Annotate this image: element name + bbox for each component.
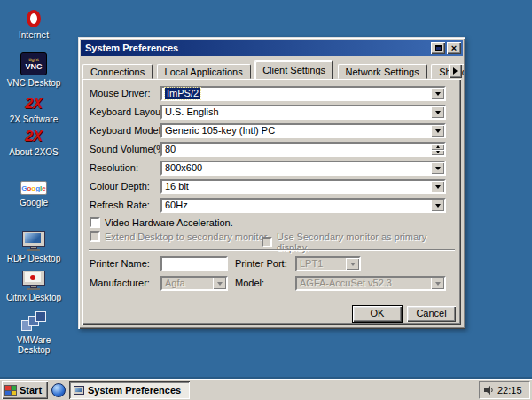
manufacturer-value: Agfa <box>165 278 185 289</box>
task-button-label: System Preferences <box>88 385 181 396</box>
maximize-button[interactable] <box>431 42 445 54</box>
keyboard-layout-combo[interactable]: U.S. English <box>160 105 446 120</box>
tab-client-settings[interactable]: Client Settings <box>254 60 333 79</box>
desktop-icon-label: Google <box>5 198 62 208</box>
desktop-icon-label: 2X Software <box>5 114 62 124</box>
desktop-icon-citrix[interactable]: Citrix Desktop <box>5 267 62 302</box>
extend-desktop-label: Extend Desktop to secondary monitor. <box>105 231 270 242</box>
checkbox-icon <box>262 237 272 247</box>
chevron-down-icon[interactable] <box>431 125 444 137</box>
printer-port-value: LPT1 <box>300 258 323 270</box>
extend-desktop-checkbox-row: Extend Desktop to secondary monitor. <box>90 231 270 242</box>
desktop-icon-label: VMWare Desktop <box>5 335 62 355</box>
manufacturer-combo: Agfa <box>160 276 228 291</box>
clock: 22:15 <box>497 385 522 396</box>
printer-name-input[interactable] <box>160 256 228 271</box>
window-title: System Preferences <box>85 43 178 53</box>
vnc-icon-text: VNC <box>25 63 42 71</box>
taskbar-task-system-preferences[interactable]: System Preferences <box>69 381 190 399</box>
mouse-driver-label: Mouse Driver: <box>90 88 150 99</box>
desktop-icon-label: RDP Desktop <box>5 254 62 263</box>
client-settings-panel: Mouse Driver: ImPS/2 Keyboard Layout: U.… <box>82 79 461 325</box>
video-hw-accel-checkbox-row[interactable]: Video Hardware Acceleration. <box>90 217 233 228</box>
chevron-down-icon <box>431 278 444 289</box>
chevron-down-icon[interactable] <box>431 106 444 118</box>
desktop-icon-vnc[interactable]: tight VNC VNC Desktop <box>5 49 62 88</box>
desktop-icon-label: Citrix Desktop <box>5 293 62 302</box>
printer-name-label: Printer Name: <box>90 258 150 270</box>
desktop-icon-2x-software[interactable]: 2X 2X Software <box>5 94 62 124</box>
start-label: Start <box>20 385 42 396</box>
refresh-rate-label: Refresh Rate: <box>90 200 150 211</box>
ok-button[interactable]: OK <box>353 306 402 322</box>
keyboard-model-combo[interactable]: Generic 105-key (Intl) PC <box>160 123 446 138</box>
chevron-down-icon[interactable] <box>431 88 444 99</box>
tab-connections[interactable]: Connections <box>82 64 153 79</box>
chevron-down-icon[interactable] <box>431 200 444 211</box>
vnc-icon: tight VNC <box>20 52 47 75</box>
taskbar: Start System Preferences 22:15 <box>0 379 532 400</box>
sound-volume-label: Sound Volume(%): <box>90 144 171 155</box>
speaker-icon[interactable] <box>483 385 494 396</box>
cancel-button[interactable]: Cancel <box>407 306 456 322</box>
tab-local-applications[interactable]: Local Applications <box>157 64 251 79</box>
opera-o-icon <box>27 10 41 27</box>
chevron-down-icon[interactable] <box>431 162 444 174</box>
desktop-icon-internet[interactable]: Internet <box>5 4 62 40</box>
keyboard-model-label: Keyboard Model: <box>90 125 163 137</box>
start-button[interactable]: Start <box>2 381 48 399</box>
system-preferences-window: System Preferences × Connections Local A… <box>78 37 466 329</box>
2x-logo-icon: 2X <box>25 96 43 112</box>
colour-depth-value: 16 bit <box>165 181 189 192</box>
mouse-driver-value: ImPS/2 <box>165 88 200 99</box>
chevron-down-icon[interactable] <box>431 181 444 192</box>
printer-port-combo: LPT1 <box>295 256 361 271</box>
section-divider <box>89 249 455 251</box>
2x-logo-icon: 2X <box>25 129 43 145</box>
tab-strip: Connections Local Applications Client Se… <box>82 60 464 80</box>
mouse-driver-combo[interactable]: ImPS/2 <box>160 86 446 101</box>
monitor-citrix-icon <box>22 271 45 290</box>
refresh-rate-combo[interactable]: 60Hz <box>160 198 446 213</box>
tab-network-settings[interactable]: Network Settings <box>338 64 427 79</box>
keyboard-model-value: Generic 105-key (Intl) PC <box>165 125 275 137</box>
colour-depth-label: Colour Depth: <box>90 181 150 192</box>
tab-scroll-right-button[interactable] <box>449 64 462 78</box>
start-flag-icon <box>4 385 17 396</box>
resolution-combo[interactable]: 800x600 <box>160 161 446 176</box>
chevron-right-icon <box>453 67 458 75</box>
keyboard-layout-value: U.S. English <box>165 106 219 118</box>
model-value: AGFA-AccuSet v52.3 <box>300 278 392 289</box>
checkbox-icon <box>90 231 100 242</box>
maximize-icon <box>435 45 442 51</box>
quick-launch-globe-icon[interactable] <box>51 383 66 397</box>
close-button[interactable]: × <box>447 42 461 54</box>
colour-depth-combo[interactable]: 16 bit <box>160 179 446 194</box>
spin-down-button[interactable] <box>431 150 444 156</box>
chevron-down-icon <box>346 258 359 270</box>
close-icon: × <box>451 43 457 52</box>
model-label: Model: <box>235 278 264 289</box>
printer-port-label: Printer Port: <box>235 258 287 270</box>
monitor-icon <box>22 231 45 251</box>
video-hw-accel-label: Video Hardware Acceleration. <box>105 217 233 228</box>
google-logo-icon: Google <box>20 181 47 195</box>
checkbox-icon[interactable] <box>90 217 100 228</box>
chevron-down-icon <box>213 278 226 289</box>
desktop-icon-label: VNC Desktop <box>5 78 62 88</box>
desktop-icon-about-2xos[interactable]: 2X About 2XOS <box>5 127 62 157</box>
resolution-value: 800x600 <box>165 162 202 174</box>
resolution-label: Resolution: <box>90 162 138 174</box>
sound-volume-spinner[interactable]: 80 <box>160 142 446 157</box>
refresh-rate-value: 60Hz <box>165 200 188 211</box>
desktop-icon-rdp[interactable]: RDP Desktop <box>5 228 62 263</box>
manufacturer-label: Manufacturer: <box>90 278 150 289</box>
keyboard-layout-label: Keyboard Layout: <box>90 106 166 118</box>
desktop-icon-vmware[interactable]: VMWare Desktop <box>5 310 62 355</box>
sound-volume-value: 80 <box>165 144 176 155</box>
desktop-icon-label: About 2XOS <box>5 147 62 157</box>
desktop-icon-google[interactable]: Google Google <box>5 176 62 208</box>
title-bar[interactable]: System Preferences × <box>81 40 463 56</box>
app-monitor-icon <box>74 386 84 395</box>
system-tray: 22:15 <box>479 381 530 399</box>
